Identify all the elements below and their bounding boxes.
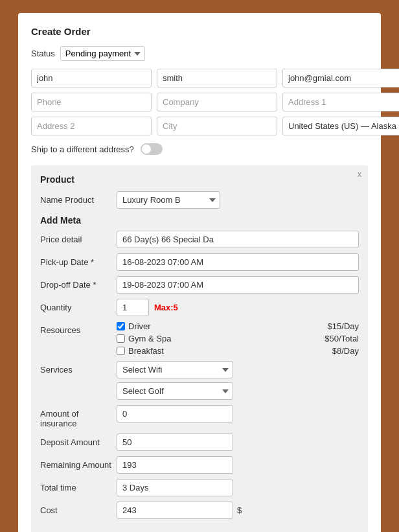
services-label: Services — [40, 361, 111, 375]
first-name-input[interactable] — [31, 69, 152, 87]
golf-select[interactable]: Select Golf — [117, 382, 233, 400]
insurance-row: Amount of insurance — [40, 405, 359, 428]
driver-name: Driver — [128, 321, 314, 331]
total-time-label: Total time — [40, 479, 111, 492]
quantity-value: Max:5 — [117, 299, 359, 316]
name-product-select[interactable]: Luxury Room B — [117, 191, 220, 209]
wifi-select[interactable]: Select Wifi — [117, 361, 233, 378]
email-input[interactable] — [282, 69, 399, 87]
cost-value: $ — [117, 502, 359, 519]
remaining-row: Remaining Amount — [40, 456, 359, 474]
resource-driver: Driver $15/Day — [117, 321, 359, 331]
gym-name: Gym & Spa — [128, 334, 314, 343]
services-value: Select Wifi Select Golf — [117, 361, 359, 400]
insurance-input[interactable] — [117, 405, 233, 422]
remaining-value — [117, 456, 359, 474]
services-row: Services Select Wifi Select Golf — [40, 361, 359, 400]
close-icon[interactable]: x — [358, 170, 361, 178]
name-product-row: Name Product Luxury Room B — [40, 191, 359, 209]
address1-input[interactable] — [282, 93, 399, 111]
price-detail-value — [117, 231, 359, 248]
breakfast-checkbox[interactable] — [117, 347, 125, 355]
dropoff-input[interactable] — [117, 276, 359, 294]
city-input[interactable] — [157, 117, 277, 135]
dropoff-label: Drop-off Date * — [40, 276, 111, 290]
product-section: x Product Name Product Luxury Room B Add… — [31, 165, 368, 532]
address2-input[interactable] — [31, 117, 152, 135]
breakfast-name: Breakfast — [128, 346, 314, 356]
price-detail-label: Price detail — [40, 231, 111, 244]
deposit-row: Deposit Amount — [40, 434, 359, 451]
pickup-row: Pick-up Date * — [40, 253, 359, 271]
cost-row: Cost $ — [40, 502, 359, 519]
dropoff-value — [117, 276, 359, 294]
status-row: Status Pending payment Processing Comple… — [31, 46, 368, 61]
ship-label: Ship to a different address? — [31, 145, 134, 154]
resources-label: Resources — [40, 321, 111, 335]
gym-checkbox[interactable] — [117, 334, 125, 343]
main-card: Create Order Status Pending payment Proc… — [18, 13, 381, 532]
remaining-label: Remaining Amount — [40, 456, 111, 470]
gym-price: $50/Total — [314, 334, 359, 343]
pickup-label: Pick-up Date * — [40, 253, 111, 267]
quantity-input[interactable] — [117, 299, 149, 316]
currency-symbol: $ — [237, 505, 242, 515]
resource-breakfast: Breakfast $8/Day — [117, 346, 359, 356]
dropoff-row: Drop-off Date * — [40, 276, 359, 294]
resources-value: Driver $15/Day Gym & Spa $50/Total Break… — [117, 321, 359, 356]
product-section-title: Product — [40, 174, 359, 185]
price-detail-input[interactable] — [117, 231, 359, 248]
resources-row: Resources Driver $15/Day Gym & Spa $50/T… — [40, 321, 359, 356]
breakfast-price: $8/Day — [314, 346, 359, 356]
name-product-label: Name Product — [40, 191, 111, 205]
phone-input[interactable] — [31, 93, 152, 111]
status-label: Status — [31, 49, 55, 58]
ship-row: Ship to a different address? — [31, 143, 368, 155]
contact-row — [31, 93, 368, 111]
address-row: United States (US) — Alaska — [31, 117, 368, 135]
quantity-row: Quantity Max:5 — [40, 299, 359, 316]
remaining-input[interactable] — [117, 456, 233, 474]
status-select[interactable]: Pending payment Processing Completed On … — [60, 46, 145, 61]
last-name-input[interactable] — [157, 69, 277, 87]
insurance-label: Amount of insurance — [40, 405, 111, 428]
total-time-row: Total time — [40, 479, 359, 496]
company-input[interactable] — [157, 93, 277, 111]
pickup-input[interactable] — [117, 253, 359, 271]
price-detail-row: Price detail — [40, 231, 359, 248]
driver-price: $15/Day — [314, 321, 359, 331]
total-time-value — [117, 479, 359, 496]
insurance-value — [117, 405, 359, 422]
quantity-label: Quantity — [40, 299, 111, 312]
cost-input[interactable] — [117, 502, 233, 519]
deposit-label: Deposit Amount — [40, 434, 111, 447]
cost-label: Cost — [40, 502, 111, 515]
name-product-value: Luxury Room B — [117, 191, 359, 209]
deposit-input[interactable] — [117, 434, 233, 451]
total-time-input[interactable] — [117, 479, 233, 496]
page-title: Create Order — [31, 26, 368, 37]
deposit-value — [117, 434, 359, 451]
country-select[interactable]: United States (US) — Alaska — [282, 117, 399, 135]
driver-checkbox[interactable] — [117, 322, 125, 330]
ship-toggle[interactable] — [141, 143, 163, 155]
add-meta-title: Add Meta — [40, 215, 359, 226]
max-label: Max:5 — [154, 303, 178, 312]
resource-gym: Gym & Spa $50/Total — [117, 334, 359, 343]
pickup-value — [117, 253, 359, 271]
name-row — [31, 69, 368, 87]
